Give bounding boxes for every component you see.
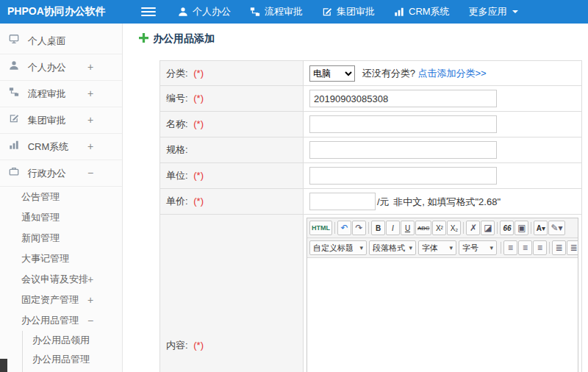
bar-chart-icon	[394, 7, 404, 17]
align-center-icon[interactable]: ≡	[518, 240, 532, 255]
sidebar-item-label: 公告管理	[21, 191, 60, 202]
superscript-button[interactable]: X²	[432, 221, 446, 235]
paragraph-format-select[interactable]: 段落格式 ▾	[369, 240, 416, 255]
image-icon[interactable]: ▣	[514, 221, 528, 235]
nav-label: 个人办公	[193, 5, 231, 18]
expander: +	[87, 107, 93, 133]
page-title: 办公用品添加	[139, 32, 581, 46]
toolbar-separator	[463, 222, 464, 234]
menu-icon[interactable]	[141, 5, 156, 18]
caret-down-icon	[512, 8, 519, 15]
nav-group-approval[interactable]: 集团审批	[322, 5, 375, 18]
edit-approval-icon	[9, 107, 19, 133]
nav-process-approval[interactable]: 流程审批	[250, 5, 303, 18]
nav-crm-system[interactable]: CRM系统	[394, 5, 450, 18]
sidebar-item-label: 固定资产管理	[21, 294, 79, 305]
align-left-icon[interactable]: ≡	[503, 240, 517, 255]
category-select[interactable]: 电脑	[309, 65, 355, 82]
price-unit: /元	[377, 196, 390, 207]
name-label-cell: 名称: (*)	[160, 112, 304, 137]
undo-icon[interactable]: ↶	[337, 221, 351, 235]
font-size-select[interactable]: 字号 ▾	[459, 240, 497, 255]
unit-input[interactable]	[309, 167, 497, 185]
custom-heading-select[interactable]: 自定义标题 ▾	[309, 240, 367, 255]
nav-personal-office[interactable]: 个人办公	[178, 5, 231, 18]
sidebar-item-label: 会议申请及安排	[21, 273, 88, 285]
highlight-color-button[interactable]: ✎▾	[548, 221, 564, 235]
editor-html-button[interactable]: HTML	[309, 221, 332, 235]
sidebar: 个人桌面 个人办公 + 流程审批 + 集团审批 + CRM系统 + 行政办公 −	[0, 24, 123, 372]
flow-icon	[9, 81, 19, 107]
redo-icon[interactable]: ↷	[352, 221, 366, 235]
align-right-icon[interactable]: ≡	[533, 240, 547, 255]
sidebar-item-supplies-purchase[interactable]: 办公用品采购	[23, 369, 122, 372]
price-label-cell: 单价: (*)	[160, 189, 304, 215]
user-icon	[178, 7, 188, 17]
user-icon	[9, 54, 19, 80]
sidebar-item-label: 办公用品管理	[21, 315, 79, 326]
sidebar-item-label: 流程审批	[28, 88, 66, 99]
unordered-list-icon[interactable]: ≣	[552, 240, 566, 255]
field-label: 编号:	[166, 93, 188, 104]
required-marker: (*)	[193, 196, 204, 207]
supply-add-form: 分类: (*) 电脑 还没有分类? 点击添加分类>> 编号: (*)	[159, 60, 582, 372]
sidebar-item-announcement-mgmt[interactable]: 公告管理	[0, 187, 122, 207]
caret-down-icon: ▾	[449, 244, 453, 251]
sidebar-item-office-supplies-mgmt[interactable]: 办公用品管理 −	[0, 310, 122, 331]
scrollbar-thumb[interactable]	[0, 359, 7, 372]
blockquote-icon[interactable]: 66	[500, 221, 514, 235]
font-family-select[interactable]: 字体 ▾	[418, 240, 456, 255]
sidebar-item-supplies-receive[interactable]: 办公用品领用	[23, 331, 122, 350]
top-nav: 个人办公 流程审批 集团审批 CRM系统 更多应用	[178, 5, 519, 18]
sidebar-item-events-mgmt[interactable]: 大事记管理	[0, 248, 122, 269]
nav-label: 集团审批	[337, 5, 375, 18]
toolbar-separator	[368, 222, 369, 234]
underline-button[interactable]: U	[401, 221, 415, 235]
category-label-cell: 分类: (*)	[160, 61, 304, 86]
sidebar-item-supplies-manage[interactable]: 办公用品管理	[23, 350, 122, 369]
sidebar-item-group-approval[interactable]: 集团审批 +	[0, 107, 122, 134]
sidebar-item-label: 办公用品管理	[32, 354, 90, 365]
spec-input[interactable]	[309, 141, 497, 159]
sidebar-item-personal-office[interactable]: 个人办公 +	[0, 54, 122, 81]
sidebar-item-news-mgmt[interactable]: 新闻管理	[0, 228, 122, 248]
content-label-cell: 内容: (*)	[160, 215, 304, 372]
bold-button[interactable]: B	[371, 221, 385, 235]
field-label: 单位:	[166, 170, 188, 181]
ordered-list-icon[interactable]: ≣	[567, 240, 578, 255]
toolbar-separator	[531, 222, 531, 234]
sidebar-item-personal-desktop[interactable]: 个人桌面	[0, 28, 122, 54]
subscript-button[interactable]: X₂	[447, 221, 461, 235]
sidebar-item-admin-office[interactable]: 行政办公 −	[0, 160, 122, 187]
expander: +	[87, 134, 93, 160]
required-marker: (*)	[193, 170, 204, 181]
expander: +	[87, 54, 93, 80]
eraser-icon[interactable]: ◪	[481, 221, 495, 235]
strikethrough-button[interactable]: ABC	[415, 221, 431, 235]
rich-text-editor: HTML ↶ ↷ B I U ABC X² X₂ ✗	[306, 218, 578, 372]
category-hint: 还没有分类?	[362, 68, 415, 79]
sidebar-item-fixed-assets-mgmt[interactable]: 固定资产管理 +	[0, 290, 122, 310]
price-input[interactable]	[309, 193, 376, 210]
nav-label: 更多应用	[469, 5, 507, 18]
number-input[interactable]	[309, 90, 497, 107]
sidebar-item-process-approval[interactable]: 流程审批 +	[0, 81, 122, 107]
expander: +	[87, 290, 93, 310]
required-marker: (*)	[193, 118, 204, 129]
required-marker: (*)	[193, 93, 204, 104]
remove-format-icon[interactable]: ✗	[466, 221, 480, 235]
nav-more-apps[interactable]: 更多应用	[469, 5, 519, 18]
nav-label: CRM系统	[409, 5, 450, 18]
brand-title: PHPOA协同办公软件	[0, 5, 122, 18]
sidebar-item-crm-system[interactable]: CRM系统 +	[0, 134, 122, 160]
italic-button[interactable]: I	[386, 221, 400, 235]
editor-content-area[interactable]	[307, 258, 578, 372]
sidebar-item-label: 行政办公	[28, 168, 66, 179]
field-label: 分类:	[166, 68, 188, 79]
sidebar-item-label: 个人桌面	[28, 35, 66, 46]
sidebar-item-notice-mgmt[interactable]: 通知管理	[0, 207, 122, 228]
sidebar-item-meeting-mgmt[interactable]: 会议申请及安排 +	[0, 269, 122, 290]
font-color-button[interactable]: A▾	[534, 221, 548, 235]
name-input[interactable]	[309, 115, 497, 133]
add-category-link[interactable]: 点击添加分类>>	[417, 68, 486, 79]
